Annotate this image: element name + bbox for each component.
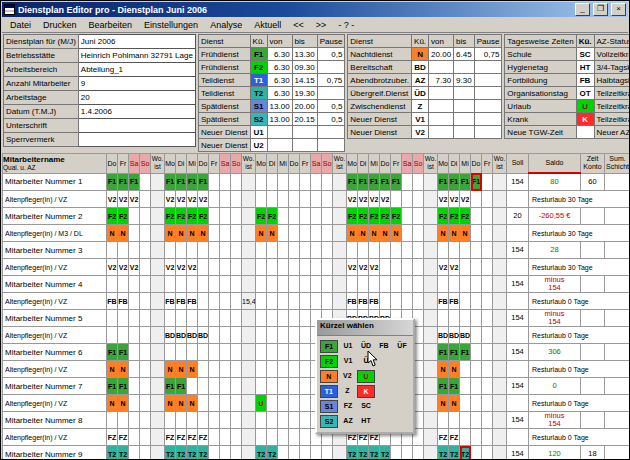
shift-cell[interactable] xyxy=(209,344,220,361)
dienst-pause[interactable] xyxy=(474,126,502,139)
shift-cell[interactable] xyxy=(140,225,151,242)
shift-cell[interactable] xyxy=(129,429,140,446)
dienst-von[interactable]: 13.00 xyxy=(267,113,292,126)
shift-cell[interactable]: F2 xyxy=(438,208,449,225)
shift-cell[interactable] xyxy=(471,276,482,293)
shift-cell[interactable]: N xyxy=(438,395,449,412)
shift-cell[interactable] xyxy=(482,173,493,191)
shift-cell[interactable]: T2 xyxy=(438,446,449,460)
dienst-bis[interactable]: 20.00 xyxy=(292,100,317,113)
shift-cell[interactable]: FB xyxy=(347,293,358,310)
shift-cell[interactable] xyxy=(198,276,209,293)
shift-cell[interactable] xyxy=(267,395,278,412)
dienst-von[interactable]: 7.30 xyxy=(429,74,454,87)
shift-cell[interactable] xyxy=(471,225,482,242)
dienst-code[interactable]: V2 xyxy=(412,126,429,139)
dienst-von[interactable]: 6.30 xyxy=(267,74,292,87)
shift-cell[interactable] xyxy=(322,173,333,191)
shift-cell[interactable] xyxy=(391,242,402,259)
shift-cell[interactable]: FB xyxy=(358,293,369,310)
shift-cell[interactable] xyxy=(220,327,231,344)
popup-code-ht[interactable]: HT xyxy=(358,415,374,426)
shift-cell[interactable]: N xyxy=(165,361,176,378)
shift-cell[interactable] xyxy=(460,242,471,259)
shift-cell[interactable] xyxy=(300,327,311,344)
shift-cell[interactable] xyxy=(278,378,289,395)
shift-cell[interactable] xyxy=(140,412,151,429)
shift-cell[interactable] xyxy=(471,378,482,395)
shift-cell[interactable] xyxy=(231,361,242,378)
shift-cell[interactable] xyxy=(402,225,413,242)
field-value[interactable]: 20 xyxy=(78,91,195,105)
shift-cell[interactable] xyxy=(231,276,242,293)
shift-cell[interactable] xyxy=(311,242,322,259)
shift-cell[interactable]: T2 xyxy=(176,446,187,460)
shift-cell[interactable]: V2 xyxy=(438,191,449,208)
shift-cell[interactable] xyxy=(438,242,449,259)
shift-cell[interactable] xyxy=(278,310,289,327)
shift-cell[interactable] xyxy=(187,412,198,429)
shift-cell[interactable]: BD xyxy=(176,327,187,344)
shift-cell[interactable] xyxy=(460,293,471,310)
shift-cell[interactable] xyxy=(391,446,402,460)
shift-cell[interactable]: N xyxy=(449,361,460,378)
shift-cell[interactable] xyxy=(482,378,493,395)
shift-cell[interactable] xyxy=(198,378,209,395)
shift-cell[interactable] xyxy=(471,429,482,446)
shift-cell[interactable] xyxy=(300,429,311,446)
shift-cell[interactable] xyxy=(300,276,311,293)
shift-cell[interactable]: V2 xyxy=(460,191,471,208)
shift-cell[interactable]: F1 xyxy=(187,173,198,191)
shift-cell[interactable] xyxy=(231,173,242,191)
shift-cell[interactable] xyxy=(209,310,220,327)
shift-cell[interactable] xyxy=(256,327,267,344)
shift-cell[interactable]: F1 xyxy=(129,173,140,191)
shift-cell[interactable] xyxy=(322,446,333,460)
shift-cell[interactable]: V2 xyxy=(165,259,176,276)
shift-cell[interactable] xyxy=(129,446,140,460)
field-value[interactable]: Heinrich Pohlmann 32791 Lage xyxy=(78,49,195,63)
dienst-bis[interactable]: 09.30 xyxy=(292,61,317,74)
dienst-von[interactable] xyxy=(267,126,292,139)
shift-cell[interactable]: T2 xyxy=(449,446,460,460)
popup-code-f2[interactable]: F2 xyxy=(320,355,338,368)
shift-cell[interactable]: V2 xyxy=(187,259,198,276)
shift-cell[interactable] xyxy=(438,310,449,327)
shift-cell[interactable] xyxy=(289,344,300,361)
shift-cell[interactable] xyxy=(220,208,231,225)
shift-cell[interactable] xyxy=(198,310,209,327)
employee-name[interactable]: Mitarbeiter Nummer 1 xyxy=(3,173,107,191)
shift-cell[interactable] xyxy=(311,173,322,191)
shift-cell[interactable]: N xyxy=(380,225,391,242)
shift-cell[interactable]: V2 xyxy=(438,259,449,276)
shift-cell[interactable] xyxy=(300,191,311,208)
dienst-bis[interactable]: 19.30 xyxy=(292,87,317,100)
shift-cell[interactable] xyxy=(129,327,140,344)
shift-cell[interactable] xyxy=(300,293,311,310)
shift-cell[interactable]: FB xyxy=(187,293,198,310)
shift-cell[interactable] xyxy=(231,344,242,361)
shift-cell[interactable]: FZ xyxy=(176,429,187,446)
shift-cell[interactable] xyxy=(231,446,242,460)
shift-cell[interactable]: F1 xyxy=(358,173,369,191)
shift-cell[interactable] xyxy=(209,327,220,344)
shift-cell[interactable] xyxy=(209,225,220,242)
shift-cell[interactable] xyxy=(231,327,242,344)
dienst-bis[interactable] xyxy=(292,126,317,139)
shift-cell[interactable] xyxy=(311,446,322,460)
shift-cell[interactable]: FB xyxy=(165,293,176,310)
dienst-code[interactable]: ÜD xyxy=(412,87,429,100)
shift-cell[interactable] xyxy=(140,361,151,378)
shift-cell[interactable]: N xyxy=(449,395,460,412)
shift-cell[interactable] xyxy=(449,310,460,327)
shift-cell[interactable] xyxy=(198,344,209,361)
shift-cell[interactable] xyxy=(482,412,493,429)
shift-cell[interactable] xyxy=(460,310,471,327)
shift-cell[interactable]: N xyxy=(107,225,118,242)
dienst-bis[interactable]: 6.45 xyxy=(454,48,475,61)
shift-cell[interactable]: F2 xyxy=(176,208,187,225)
shift-cell[interactable] xyxy=(209,429,220,446)
shift-cell[interactable] xyxy=(256,310,267,327)
shift-cell[interactable] xyxy=(278,395,289,412)
shift-cell[interactable] xyxy=(471,412,482,429)
